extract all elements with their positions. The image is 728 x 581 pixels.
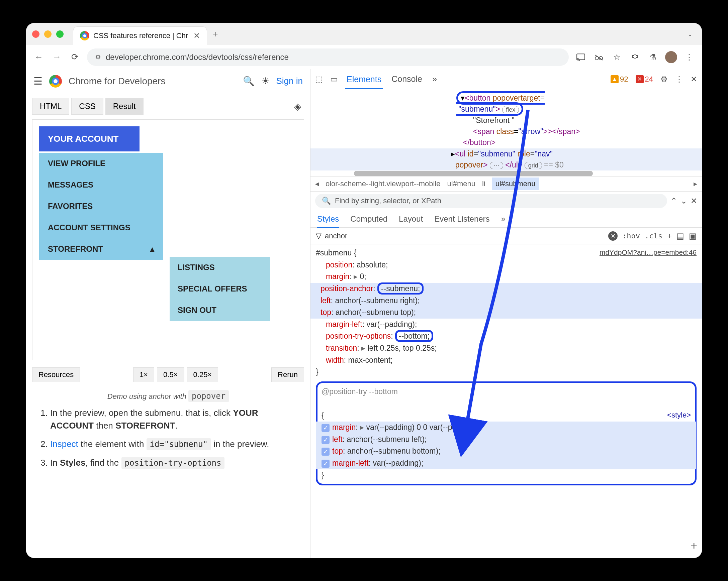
forward-button[interactable]: → <box>51 51 63 63</box>
filter-input[interactable]: ▽ anchor <box>316 232 603 240</box>
menu-item-account-settings[interactable]: ACCOUNT SETTINGS <box>39 217 163 238</box>
clear-filter-icon[interactable]: ✕ <box>608 231 618 241</box>
tab-event-listeners[interactable]: Event Listeners <box>434 214 490 224</box>
zoom-0-25x[interactable]: 0.25× <box>187 367 218 382</box>
codepen-icon[interactable]: ◈ <box>291 100 304 113</box>
checkbox-icon[interactable]: ✓ <box>321 424 330 432</box>
profile-avatar[interactable] <box>665 51 677 63</box>
cls-button[interactable]: .cls <box>645 232 662 240</box>
style-source[interactable]: <style> <box>667 410 691 421</box>
theme-toggle-icon[interactable]: ☀ <box>261 76 270 87</box>
styles-pane[interactable]: mdYdpOM?ani…pe=embed:46 #submenu { posit… <box>310 244 702 558</box>
chrome-logo-icon <box>49 75 62 88</box>
add-property-icon[interactable]: + <box>691 537 697 555</box>
error-count[interactable]: ✕24 <box>636 75 653 84</box>
checkbox-icon[interactable]: ✓ <box>321 460 330 468</box>
search-icon: 🔍 <box>322 197 331 205</box>
chevron-left-icon[interactable]: ◂ <box>315 179 319 188</box>
submenu-item-special-offers[interactable]: SPECIAL OFFERS <box>170 278 270 300</box>
flex-badge[interactable]: flex <box>502 106 519 113</box>
close-window-icon[interactable] <box>32 30 40 38</box>
zoom-0-5x[interactable]: 0.5× <box>157 367 184 382</box>
source-link[interactable]: mdYdpOM?ani…pe=embed:46 <box>600 247 697 258</box>
breadcrumb[interactable]: ◂ olor-scheme--light.viewport--mobile ul… <box>310 176 702 192</box>
tab-layout[interactable]: Layout <box>399 214 423 224</box>
grid-badge[interactable]: grid <box>525 162 542 169</box>
submenu-item-sign-out[interactable]: SIGN OUT <box>170 300 270 321</box>
experiments-icon[interactable]: ⚗ <box>647 51 659 63</box>
menu-item-favorites[interactable]: FAVORITES <box>39 196 163 217</box>
menu-item-messages[interactable]: MESSAGES <box>39 174 163 196</box>
tab-styles-more[interactable]: » <box>501 214 505 224</box>
browser-tab[interactable]: CSS features reference | Chr ✕ <box>73 26 207 45</box>
browser-toolbar: ← → ⟳ ⚙ developer.chrome.com/docs/devtoo… <box>26 45 702 69</box>
browser-window: CSS features reference | Chr ✕ + ⌄ ← → ⟳… <box>26 23 702 558</box>
maximize-window-icon[interactable] <box>56 30 63 38</box>
rerun-button[interactable]: Rerun <box>271 367 304 382</box>
favicon-chrome-icon <box>80 31 89 40</box>
checkbox-icon[interactable]: ✓ <box>321 436 330 444</box>
tab-html[interactable]: HTML <box>32 98 69 115</box>
step-2: Inspect the element with id="submenu" in… <box>50 438 300 451</box>
tab-css[interactable]: CSS <box>71 98 103 115</box>
dom-scrollbar[interactable] <box>354 171 695 176</box>
new-rule-icon[interactable]: + <box>667 231 672 241</box>
tab-more[interactable]: » <box>431 74 438 84</box>
titlebar: CSS features reference | Chr ✕ + ⌄ <box>26 23 702 45</box>
resources-button[interactable]: Resources <box>32 367 80 382</box>
tab-computed[interactable]: Computed <box>350 214 387 224</box>
incognito-off-icon[interactable] <box>593 51 605 63</box>
new-tab-button[interactable]: + <box>212 29 218 39</box>
computed-toggle-icon[interactable]: ▤ <box>676 231 684 241</box>
gear-icon[interactable]: ⚙ <box>660 75 668 84</box>
tab-elements[interactable]: Elements <box>345 75 383 89</box>
tab-styles[interactable]: Styles <box>317 214 339 228</box>
device-toolbar-icon[interactable]: ▭ <box>330 75 338 84</box>
filter-icon: ▽ <box>316 232 321 240</box>
reload-button[interactable]: ⟳ <box>69 51 81 63</box>
your-account-button[interactable]: YOUR ACCOUNT <box>39 127 139 151</box>
close-find-icon[interactable]: ✕ <box>691 196 697 205</box>
address-bar[interactable]: ⚙ developer.chrome.com/docs/devtools/css… <box>87 49 569 66</box>
find-next-icon[interactable]: ⌄ <box>680 196 687 205</box>
hamburger-icon[interactable]: ☰ <box>33 75 43 87</box>
extensions-icon[interactable] <box>629 51 641 63</box>
submenu-item-listings[interactable]: LISTINGS <box>170 257 270 278</box>
warning-count[interactable]: ▲92 <box>610 75 628 84</box>
bookmark-star-icon[interactable]: ☆ <box>611 51 623 63</box>
devtools-pane: ⬚ ▭ Elements Console » ▲92 ✕24 ⚙ ⋮ ✕ ▾<b… <box>310 69 702 558</box>
menu-item-view-profile[interactable]: VIEW PROFILE <box>39 153 163 174</box>
devtools-header: ⬚ ▭ Elements Console » ▲92 ✕24 ⚙ ⋮ ✕ <box>310 69 702 89</box>
account-menu: VIEW PROFILE MESSAGES FAVORITES ACCOUNT … <box>39 153 163 260</box>
hov-button[interactable]: :hov <box>622 232 640 240</box>
kebab-icon[interactable]: ⋮ <box>675 75 683 84</box>
article-body: Demo using anchor with popover In the pr… <box>26 385 310 479</box>
inspect-icon[interactable]: ⬚ <box>315 75 323 84</box>
styles-tabs: Styles Computed Layout Event Listeners » <box>310 210 702 228</box>
step-1: In the preview, open the submenu, that i… <box>50 407 300 432</box>
chevron-down-icon[interactable]: ⌄ <box>684 28 696 40</box>
kebab-menu-icon[interactable]: ⋮ <box>683 51 695 63</box>
checkbox-icon[interactable]: ✓ <box>321 448 330 455</box>
tab-title: CSS features reference | Chr <box>93 31 188 40</box>
expand-dots-icon[interactable]: ⋯ <box>490 162 503 169</box>
close-tab-icon[interactable]: ✕ <box>193 31 200 40</box>
tab-result[interactable]: Result <box>105 98 144 115</box>
tab-console[interactable]: Console <box>390 74 423 84</box>
find-input[interactable]: 🔍 Find by string, selector, or XPath <box>315 194 667 208</box>
minimize-window-icon[interactable] <box>44 30 52 38</box>
site-settings-icon[interactable]: ⚙ <box>95 53 101 61</box>
close-devtools-icon[interactable]: ✕ <box>691 75 697 84</box>
cast-icon[interactable] <box>575 51 587 63</box>
dom-tree[interactable]: ▾<button popovertarget= "submenu"> flex … <box>310 89 702 176</box>
zoom-1x[interactable]: 1× <box>133 367 154 382</box>
menu-item-storefront[interactable]: STOREFRONT▴ <box>39 238 163 260</box>
window-controls <box>32 30 63 38</box>
find-prev-icon[interactable]: ⌃ <box>671 196 677 205</box>
chevron-right-icon[interactable]: ▸ <box>694 179 697 188</box>
inspect-link[interactable]: Inspect <box>50 439 78 449</box>
box-model-icon[interactable]: ▣ <box>689 231 697 241</box>
search-icon[interactable]: 🔍 <box>243 76 255 87</box>
back-button[interactable]: ← <box>33 51 45 63</box>
sign-in-link[interactable]: Sign in <box>276 76 303 86</box>
